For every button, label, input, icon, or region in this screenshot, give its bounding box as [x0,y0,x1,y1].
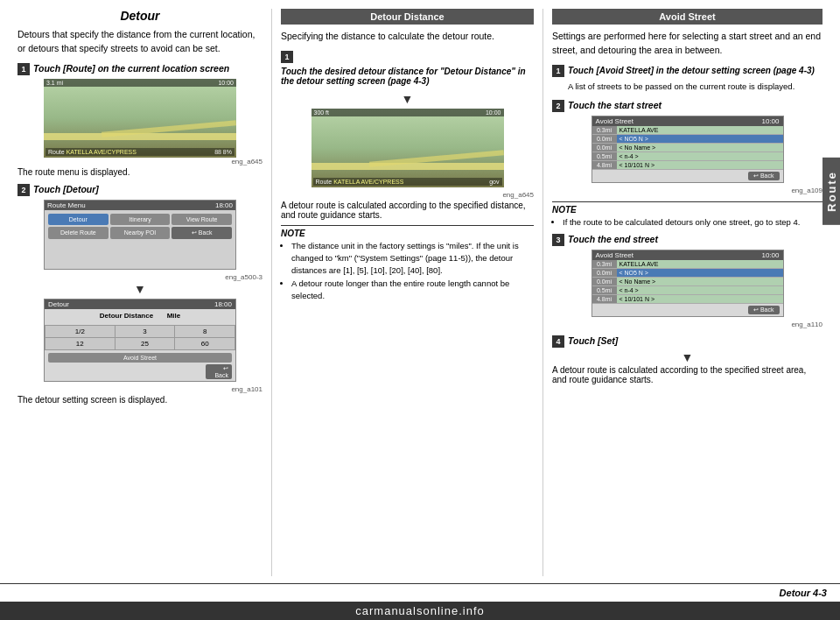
step1-note-left: The route menu is displayed. [18,167,262,177]
middle-section-header: Detour Distance [281,9,534,25]
menu-detour[interactable]: Detour [48,214,108,225]
right-note-item: If the route to be calculated detours on… [563,216,822,229]
nav-screen-middle: 300 ft10:00 Route KATELLA AVE/CYPRESS go… [312,109,504,187]
step3-text-right: Touch the end street [568,234,658,244]
step1-num-right: 1 [552,65,564,77]
step4-caption-right: A detour route is calculated according t… [552,365,822,384]
page-footer: Detour 4-3 [0,583,840,602]
side-route-label: Route [822,158,840,225]
step1-middle: 1 Touch the desired detour distance for … [281,51,534,86]
right-note-title: NOTE [552,205,822,215]
middle-intro: Specifying the distance to calculate the… [281,30,534,44]
middle-caption: A detour route is calculated according t… [281,201,534,220]
screen-caption-1: eng_a645 [18,158,262,166]
step2-num-left: 2 [18,184,30,196]
detour-val-1[interactable]: 1/2 [46,325,116,337]
back-btn-avoid-1[interactable]: ↩ Back [748,172,780,180]
menu-back[interactable]: ↩ Back [172,227,232,239]
right-section-header: Avoid Street [552,9,822,25]
left-column: Detour Detours that specify the distance… [9,9,271,576]
step2-left: 2 Touch [Detour] Route Menu18:00 Detour … [18,184,262,405]
step1-num-middle: 1 [281,51,293,63]
menu-viewroute[interactable]: View Route [172,214,232,225]
detour-val-3[interactable]: 8 [175,325,235,337]
detour-setting-screen: Detour18:00 Detour Distance Mile 1/2 3 8… [44,299,236,382]
screen-caption-avoid-2: eng_a110 [552,321,822,328]
screen-caption-middle: eng_a645 [281,191,534,199]
step1-text-middle: Touch the desired detour distance for "D… [281,67,534,86]
step3-right: 3 Touch the end street Avoid Street10:00… [552,234,822,328]
step4-num-right: 4 [552,335,564,348]
step1-left: 1 Touch [Route] on the current location … [18,63,262,177]
detour-val-5[interactable]: 25 [115,337,175,349]
menu-deleteroute[interactable]: Delete Route [48,227,108,239]
watermark-bar: carmanualsonline.info [0,602,840,620]
footer-page-label: Detour 4-3 [780,588,827,598]
step2-text-left: Touch [Detour] [33,184,99,194]
detour-val-4[interactable]: 12 [46,337,116,349]
back-btn-detour[interactable]: ↩ Back [206,364,232,379]
screen-caption-2a: eng_a500-3 [18,273,262,281]
step4-text-right: Touch [Set] [568,335,618,346]
avoid-screen-1: Avoid Street10:00 0.3miKATELLA AVE 0.0mi… [592,116,784,183]
avoid-street-btn[interactable]: Avoid Street [48,353,232,363]
step1-text-right: Touch [Avoid Street] in the detour setti… [568,66,815,75]
avoid-screen-2: Avoid Street10:00 0.3miKATELLA AVE 0.0mi… [592,250,784,317]
right-intro: Settings are performed here for selectin… [552,30,822,58]
middle-column: Detour Distance Specifying the distance … [271,9,542,576]
screen-caption-2b: eng_a101 [18,385,262,393]
menu-nearbypoi[interactable]: Nearby POI [110,227,171,239]
back-btn-avoid-2[interactable]: ↩ Back [748,306,780,314]
right-column: Avoid Street Settings are performed here… [542,9,831,576]
middle-note-item-2: A detour route longer than the entire ro… [291,278,534,303]
step2-num-right: 2 [552,100,564,112]
step1-text-left: Touch [Route] on the current location sc… [33,63,229,74]
arrow-down-middle: ▼ [281,93,534,105]
screen-caption-avoid-1: eng_a109 [552,187,822,194]
step3-num-right: 3 [552,234,564,246]
arrow-down-right: ▼ [552,351,822,363]
right-note: NOTE If the route to be calculated detou… [552,201,822,229]
detour-val-6[interactable]: 60 [175,337,235,349]
detour-val-2[interactable]: 3 [115,325,175,337]
step2-right: 2 Touch the start street Avoid Street10:… [552,100,822,194]
step1-right: 1 Touch [Avoid Street] in the detour set… [552,65,822,93]
step4-right: 4 Touch [Set] ▼ A detour route is calcul… [552,335,822,384]
middle-note: NOTE The distance unit in the factory se… [281,225,534,302]
middle-note-title: NOTE [281,229,534,238]
step1-note-right: A list of streets to be passed on the cu… [568,81,822,93]
middle-note-item-1: The distance unit in the factory setting… [291,240,534,278]
menu-itinerary[interactable]: Itinerary [110,214,171,225]
step2-note-left: The detour setting screen is displayed. [18,395,262,405]
menu-screen: Route Menu18:00 Detour Itinerary View Ro… [44,200,236,270]
step1-num-left: 1 [18,63,30,75]
section-title-detour: Detour [18,9,262,23]
intro-text-left: Detours that specify the distance from t… [18,28,262,56]
step2-text-right: Touch the start street [568,100,662,110]
nav-screen-1: 3.1 mi10:00 Route KATELLA AVE/CYPRESS 88… [44,79,236,158]
arrow-down-1: ▼ [18,283,262,295]
